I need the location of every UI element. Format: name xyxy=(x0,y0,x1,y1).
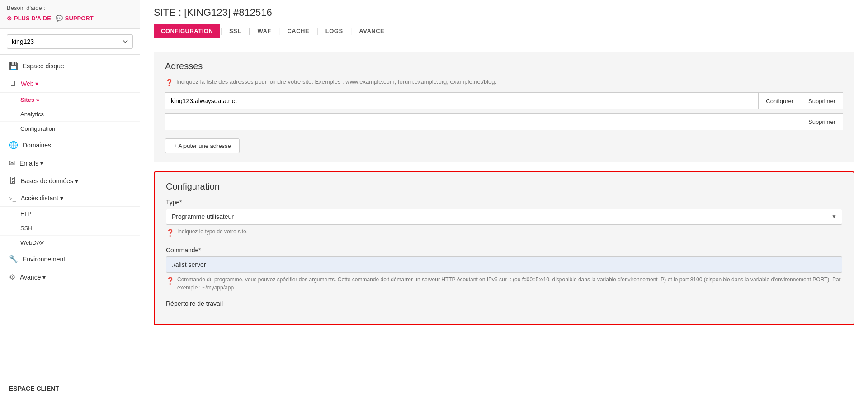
type-select-wrap: Programme utilisateur ▼ xyxy=(166,209,842,225)
ftp-label: FTP xyxy=(20,210,32,217)
domaines-label: Domaines xyxy=(23,142,51,149)
tab-avance[interactable]: AVANCÉ xyxy=(352,24,392,38)
address-input-1[interactable] xyxy=(165,92,758,109)
configure-button-1[interactable]: Configurer xyxy=(758,92,801,109)
page-header: SITE : [KING123] #812516 CONFIGURATION |… xyxy=(140,0,868,43)
tab-ssl[interactable]: SSL xyxy=(222,24,249,38)
sidebar-subitem-sites[interactable]: Sites » xyxy=(0,93,140,107)
configuration-label: Configuration xyxy=(20,125,55,132)
command-label: Commande* xyxy=(166,247,842,254)
type-group: Type* Programme utilisateur ▼ ❓ Indiquez… xyxy=(166,199,842,238)
tab-configuration[interactable]: CONFIGURATION xyxy=(154,24,220,38)
adresses-section: Adresses ❓ Indiquez la liste des adresse… xyxy=(154,52,854,162)
command-help: ❓ Commande du programme, vous pouvez spé… xyxy=(166,275,842,292)
address-row-2: Supprimer xyxy=(165,113,843,130)
address-input-2[interactable] xyxy=(165,113,801,130)
ssh-label: SSH xyxy=(20,225,33,232)
gear-icon: ⚙ xyxy=(9,273,15,281)
plus-aide-link[interactable]: ⊗ PLUS D'AIDE xyxy=(7,15,51,22)
support-label: SUPPORT xyxy=(65,15,94,22)
delete-button-1[interactable]: Supprimer xyxy=(801,92,843,109)
command-help-text: Commande du programme, vous pouvez spéci… xyxy=(177,275,842,292)
monitor-icon: 🖥 xyxy=(9,80,16,88)
tab-cache[interactable]: CACHE xyxy=(280,24,316,38)
disk-icon: 💾 xyxy=(9,62,18,70)
sites-label: Sites » xyxy=(20,96,39,103)
database-icon: 🗄 xyxy=(9,177,16,185)
page-title: SITE : [KING123] #812516 xyxy=(154,7,854,19)
command-input[interactable] xyxy=(166,256,842,273)
question-icon-3: ❓ xyxy=(166,276,175,286)
delete-button-2[interactable]: Supprimer xyxy=(801,113,843,130)
configuration-title: Configuration xyxy=(166,181,842,192)
sidebar-item-avance[interactable]: ⚙ Avancé ▾ xyxy=(0,268,140,286)
type-label: Type* xyxy=(166,199,842,206)
webdav-label: WebDAV xyxy=(20,239,44,246)
sidebar-item-environnement[interactable]: 🔧 Environnement xyxy=(0,250,140,268)
tab-logs[interactable]: LOGS xyxy=(318,24,350,38)
bases-donnees-label: Bases de données ▾ xyxy=(21,177,78,185)
question-icon-2: ❓ xyxy=(166,228,175,238)
working-dir-label: Répertoire de travail xyxy=(166,300,842,307)
help-title: Besoin d'aide : xyxy=(7,5,133,11)
sidebar-nav: 💾 Espace disque 🖥 Web ▾ Sites » Analytic… xyxy=(0,55,140,289)
sidebar-item-web[interactable]: 🖥 Web ▾ xyxy=(0,75,140,93)
espace-client-title: ESPACE CLIENT xyxy=(0,378,140,399)
type-help-text: Indiquez le type de votre site. xyxy=(177,228,248,236)
analytics-label: Analytics xyxy=(20,111,44,118)
help-links: ⊗ PLUS D'AIDE 💬 SUPPORT xyxy=(7,15,133,22)
sidebar-subitem-analytics[interactable]: Analytics xyxy=(0,107,140,122)
plus-aide-label: PLUS D'AIDE xyxy=(14,15,51,22)
sidebar-item-espace-disque[interactable]: 💾 Espace disque xyxy=(0,57,140,75)
sidebar-subitem-ftp[interactable]: FTP xyxy=(0,207,140,221)
add-address-button[interactable]: + Ajouter une adresse xyxy=(165,138,240,153)
espace-disque-label: Espace disque xyxy=(23,62,64,70)
tabs-bar: CONFIGURATION | SSL | WAF | CACHE | LOGS… xyxy=(154,24,854,38)
main-content: SITE : [KING123] #812516 CONFIGURATION |… xyxy=(140,0,868,408)
address-row-1: Configurer Supprimer xyxy=(165,92,843,109)
sidebar-item-acces-distant[interactable]: ▷_ Accès distant ▾ xyxy=(0,190,140,207)
web-label: Web ▾ xyxy=(21,80,38,87)
content-area: Adresses ❓ Indiquez la liste des adresse… xyxy=(140,43,868,343)
x-circle-icon: ⊗ xyxy=(7,15,12,22)
adresses-help: ❓ Indiquez la liste des adresses pour jo… xyxy=(165,78,843,87)
sidebar-subitem-configuration[interactable]: Configuration xyxy=(0,122,140,136)
chat-icon: 💬 xyxy=(56,15,63,22)
sidebar: Besoin d'aide : ⊗ PLUS D'AIDE 💬 SUPPORT … xyxy=(0,0,140,408)
adresses-help-text: Indiquez la liste des adresses pour join… xyxy=(176,78,496,85)
type-help: ❓ Indiquez le type de votre site. xyxy=(166,228,842,238)
sidebar-item-domaines[interactable]: 🌐 Domaines xyxy=(0,136,140,154)
sidebar-subitem-ssh[interactable]: SSH xyxy=(0,221,140,236)
acces-distant-label: Accès distant ▾ xyxy=(21,195,63,202)
support-link[interactable]: 💬 SUPPORT xyxy=(56,15,94,22)
help-box: Besoin d'aide : ⊗ PLUS D'AIDE 💬 SUPPORT xyxy=(0,0,140,29)
globe-icon: 🌐 xyxy=(9,141,18,149)
terminal-icon: ▷_ xyxy=(9,195,16,202)
account-select-wrap: king123 xyxy=(0,29,140,55)
type-select[interactable]: Programme utilisateur xyxy=(166,209,842,225)
sidebar-subitem-webdav[interactable]: WebDAV xyxy=(0,236,140,250)
environnement-label: Environnement xyxy=(23,256,65,263)
configuration-section: Configuration Type* Programme utilisateu… xyxy=(154,171,854,325)
tab-waf[interactable]: WAF xyxy=(250,24,278,38)
emails-label: Emails ▾ xyxy=(19,160,43,167)
email-icon: ✉ xyxy=(9,159,15,167)
working-dir-group: Répertoire de travail xyxy=(166,300,842,307)
wrench-icon: 🔧 xyxy=(9,255,18,263)
avance-label: Avancé ▾ xyxy=(20,274,46,281)
command-group: Commande* ❓ Commande du programme, vous … xyxy=(166,247,842,292)
question-icon-1: ❓ xyxy=(165,79,174,87)
adresses-title: Adresses xyxy=(165,61,843,71)
sidebar-item-emails[interactable]: ✉ Emails ▾ xyxy=(0,154,140,172)
sidebar-item-bases-donnees[interactable]: 🗄 Bases de données ▾ xyxy=(0,172,140,190)
account-select[interactable]: king123 xyxy=(7,34,133,49)
